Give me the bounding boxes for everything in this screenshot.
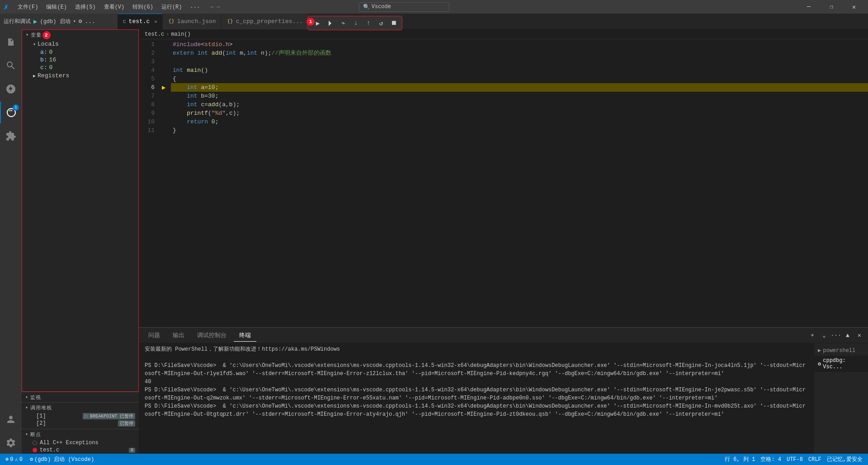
menu-run[interactable]: 运行(R) bbox=[158, 2, 186, 12]
callstack-header[interactable]: ▾ 调用堆栈 bbox=[22, 403, 139, 413]
ln-8: 8 bbox=[139, 100, 158, 109]
var-c: c: 0 bbox=[22, 64, 138, 71]
code-line-4: int main() bbox=[171, 66, 868, 75]
activity-search[interactable] bbox=[0, 55, 22, 76]
code-editor[interactable]: 1 2 3 4 5 6 7 8 9 10 11 bbox=[139, 39, 868, 327]
locals-arrow: ▾ bbox=[33, 42, 36, 47]
menu-more[interactable]: ... bbox=[187, 2, 204, 12]
activity-settings[interactable] bbox=[0, 432, 22, 454]
debug-stop-btn[interactable]: ⏹ bbox=[388, 18, 399, 28]
call-item-2[interactable]: [2] 已暂停 bbox=[22, 420, 139, 427]
ln-7: 7 bbox=[139, 92, 158, 100]
status-lang[interactable]: 已记忆,爱安全 bbox=[825, 456, 864, 463]
menu-select[interactable]: 选择(S) bbox=[71, 2, 99, 12]
debug-step-out-btn[interactable]: ↓ bbox=[350, 18, 361, 28]
tab-test-c[interactable]: C test.c ✕ bbox=[118, 14, 163, 29]
bp-test-c[interactable]: test.c 6 bbox=[22, 446, 139, 454]
menu-view[interactable]: 查看(V) bbox=[100, 2, 128, 12]
status-errors[interactable]: ⊗ 0 ⚠ 0 bbox=[4, 456, 24, 463]
tab-bar: 运行和调试 ▶ (gdb) 启动 ▾ ⚙ ... C test.c ✕ {} l… bbox=[0, 14, 868, 29]
menu-file[interactable]: 文件(F) bbox=[14, 2, 42, 12]
terminal-close-btn[interactable]: ✕ bbox=[854, 330, 864, 340]
breakpoints-arrow: ▾ bbox=[25, 432, 28, 437]
debug-reload-btn[interactable]: ↺ bbox=[376, 18, 387, 28]
status-debug[interactable]: ⚙ (gdb) 启动 (Vscode) bbox=[28, 456, 96, 463]
ln-10: 10 bbox=[139, 117, 158, 126]
terminal-layout-btn[interactable]: ⌄ bbox=[819, 330, 829, 340]
var-b: b: 16 bbox=[22, 56, 138, 64]
gdb-label: (gdb) 启动 bbox=[40, 18, 70, 25]
more-icon[interactable]: ... bbox=[85, 18, 95, 25]
arrow-8 bbox=[162, 100, 171, 109]
activity-extensions[interactable] bbox=[0, 125, 22, 147]
locals-item[interactable]: ▾ Locals bbox=[22, 40, 138, 48]
search-box[interactable]: 🔍 Vscode bbox=[359, 2, 449, 12]
debug-activity-badge: 1 bbox=[13, 104, 19, 111]
error-count: 0 bbox=[10, 456, 13, 463]
breakpoints-section: ▾ 断点 All C++ Exceptions test.c 6 bbox=[22, 429, 139, 454]
tab-close-icon[interactable]: ✕ bbox=[154, 19, 157, 24]
bp-cpp-exceptions[interactable]: All C++ Exceptions bbox=[22, 439, 139, 446]
tab-output[interactable]: 输出 bbox=[167, 329, 190, 342]
breadcrumb-file: test.c bbox=[145, 31, 164, 38]
nav-forward[interactable]: → bbox=[216, 4, 220, 10]
terminal-tab-powershell[interactable]: ▶ powershell bbox=[814, 345, 868, 356]
debug-step-into-btn[interactable]: ↷ bbox=[338, 18, 349, 28]
titlebar: ✗ 文件(F) 编辑(E) 选择(S) 查看(V) 转到(G) 运行(R) ..… bbox=[0, 0, 868, 14]
code-content[interactable]: #include<stdio.h> extern int add(int m,i… bbox=[171, 39, 868, 327]
close-button[interactable]: ✕ bbox=[844, 0, 864, 14]
debug-step-over-btn[interactable]: ⏵ bbox=[325, 18, 336, 28]
activity-account[interactable] bbox=[0, 409, 22, 430]
dropdown-arrow[interactable]: ▾ bbox=[73, 19, 76, 24]
arrow-7 bbox=[162, 92, 171, 100]
tab-terminal[interactable]: 终端 bbox=[234, 329, 256, 342]
tab-debug-console[interactable]: 调试控制台 bbox=[192, 329, 232, 342]
warning-count: 0 bbox=[19, 456, 23, 463]
bottom-panel: 问题 输出 调试控制台 终端 + ⌄ ··· ▲ ✕ 安装最新的 PowerSh… bbox=[139, 327, 868, 454]
editor-area: test.c › main() 1 2 3 4 5 6 7 8 9 10 bbox=[139, 29, 868, 327]
terminal-maximize-btn[interactable]: ▲ bbox=[843, 330, 853, 340]
activity-debug[interactable]: 1 bbox=[0, 102, 22, 123]
status-spaces[interactable]: 空格: 4 bbox=[759, 456, 783, 463]
monitor-header[interactable]: ▾ 监视 bbox=[22, 392, 139, 402]
minimize-button[interactable]: ─ bbox=[798, 0, 819, 14]
breadcrumb: test.c › main() bbox=[139, 29, 868, 39]
registers-item[interactable]: ▶ Registers bbox=[22, 71, 138, 80]
arrow-9 bbox=[162, 109, 171, 117]
activity-explorer[interactable] bbox=[0, 31, 22, 53]
terminal-content[interactable]: 安装最新的 PowerShell，了解新功能和改进！https://aka.ms… bbox=[139, 343, 814, 454]
status-encoding[interactable]: UTF-8 bbox=[785, 456, 805, 463]
debug-status-label: (gdb) 启动 (Vscode) bbox=[34, 456, 94, 463]
terminal-tab-cppdbg[interactable]: ⚙ cppdbg: Vsc... bbox=[814, 356, 868, 372]
toolbar-badge: 1 bbox=[307, 18, 315, 26]
ln-4: 4 bbox=[139, 66, 158, 75]
menu-goto[interactable]: 转到(G) bbox=[129, 2, 157, 12]
lang-label: 已记忆,爱安全 bbox=[827, 456, 863, 463]
ln-11: 11 bbox=[139, 126, 158, 135]
debug-restart-btn[interactable]: ↑ bbox=[363, 18, 374, 28]
status-line-col[interactable]: 行 6, 列 1 bbox=[723, 456, 757, 463]
settings-icon[interactable]: ⚙ bbox=[79, 18, 82, 25]
breakpoints-header[interactable]: ▾ 断点 bbox=[22, 429, 139, 439]
tab-cpp-properties[interactable]: {} c_cpp_properties... bbox=[222, 14, 308, 29]
terminal-more-btn[interactable]: ··· bbox=[831, 330, 841, 340]
json-file-icon2: {} bbox=[227, 19, 233, 24]
call-item-1[interactable]: [1] □ BREAKPOINT 已暂停 bbox=[22, 413, 139, 420]
callstack-label: 调用堆栈 bbox=[30, 404, 52, 411]
nav-back[interactable]: ← bbox=[211, 4, 214, 10]
variables-header[interactable]: ▾ 变量 2 bbox=[22, 30, 138, 40]
tab-launch-json[interactable]: {} launch.json bbox=[163, 14, 222, 29]
menu-edit[interactable]: 编辑(E) bbox=[42, 2, 71, 12]
bottom-content-area: 安装最新的 PowerShell，了解新功能和改进！https://aka.ms… bbox=[139, 343, 868, 454]
restore-button[interactable]: ❐ bbox=[821, 0, 842, 14]
tab-label: launch.json bbox=[177, 18, 216, 25]
code-line-11: } bbox=[171, 126, 868, 135]
status-eol[interactable]: CRLF bbox=[807, 456, 823, 463]
tab-label: test.c bbox=[129, 18, 150, 25]
terminal-tabs-panel: ▶ powershell ⚙ cppdbg: Vsc... bbox=[814, 343, 868, 454]
line-numbers: 1 2 3 4 5 6 7 8 9 10 11 bbox=[139, 39, 162, 327]
add-terminal-btn[interactable]: + bbox=[807, 330, 817, 340]
encoding-label: UTF-8 bbox=[787, 456, 803, 463]
activity-git[interactable] bbox=[0, 78, 22, 100]
tab-problems[interactable]: 问题 bbox=[143, 329, 165, 342]
